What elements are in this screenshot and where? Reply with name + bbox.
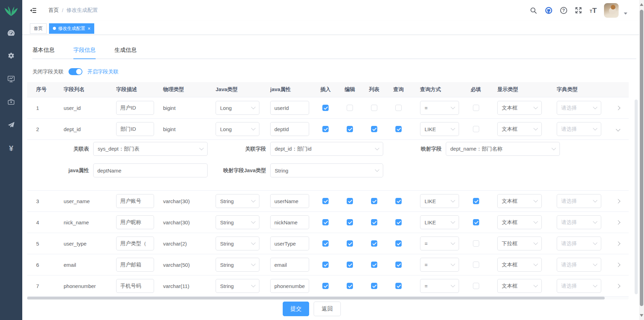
required-checkbox[interactable] — [473, 219, 479, 225]
scroll-up-arrow-icon[interactable] — [640, 3, 643, 6]
java-type-select[interactable]: String — [216, 258, 259, 272]
required-checkbox[interactable] — [473, 283, 479, 289]
required-checkbox[interactable] — [473, 105, 479, 111]
tab-basic-info[interactable]: 基本信息 — [32, 43, 55, 58]
query-type-select[interactable]: = — [420, 258, 459, 272]
query-checkbox[interactable] — [395, 283, 402, 289]
row-expand-icon[interactable] — [616, 220, 620, 225]
java-attr-input[interactable] — [270, 258, 309, 272]
relation-toggle[interactable] — [69, 68, 82, 75]
dict-type-select[interactable]: 请选择 — [557, 194, 601, 208]
query-type-select[interactable]: = — [420, 237, 459, 250]
list-checkbox[interactable] — [371, 219, 377, 225]
list-checkbox[interactable] — [371, 262, 377, 268]
required-checkbox[interactable] — [473, 262, 479, 268]
row-expand-icon[interactable] — [616, 127, 620, 131]
insert-checkbox[interactable] — [322, 240, 329, 247]
java-type-select[interactable]: String — [216, 215, 259, 229]
edit-checkbox[interactable] — [347, 198, 353, 204]
scroll-down-arrow-icon[interactable] — [640, 314, 643, 317]
field-desc-input[interactable] — [116, 194, 154, 208]
breadcrumb-home[interactable]: 首页 — [48, 7, 59, 14]
caret-down-icon[interactable] — [624, 13, 627, 15]
dict-type-select[interactable]: 请选择 — [557, 258, 601, 272]
query-type-select[interactable]: = — [420, 279, 459, 293]
insert-checkbox[interactable] — [322, 105, 329, 111]
list-checkbox[interactable] — [371, 198, 377, 204]
field-desc-input[interactable] — [116, 101, 154, 115]
sidebar-item-toolbox[interactable] — [0, 91, 22, 114]
row-expand-icon[interactable] — [616, 106, 620, 110]
edit-checkbox[interactable] — [347, 105, 353, 111]
submit-button[interactable]: 提交 — [283, 302, 309, 316]
insert-checkbox[interactable] — [322, 126, 329, 132]
relation-select[interactable]: sys_dept：部门表 — [93, 142, 208, 156]
field-desc-input[interactable] — [116, 215, 154, 229]
insert-checkbox[interactable] — [322, 198, 329, 204]
edit-checkbox[interactable] — [347, 262, 353, 268]
dict-type-select[interactable]: 请选择 — [557, 122, 601, 136]
horizontal-scroll-thumb[interactable] — [27, 297, 605, 299]
required-checkbox[interactable] — [473, 240, 479, 247]
dict-type-select[interactable]: 请选择 — [557, 215, 601, 229]
field-desc-input[interactable] — [116, 237, 154, 250]
java-attr-input[interactable] — [270, 122, 309, 136]
java-attr-input[interactable] — [270, 215, 309, 229]
sidebar-item-dashboard-gauge[interactable] — [0, 22, 22, 45]
query-checkbox[interactable] — [395, 126, 402, 132]
java-type-select[interactable]: Long — [216, 101, 259, 115]
row-expand-icon[interactable] — [616, 241, 620, 246]
table-horizontal-scrollbar[interactable] — [27, 297, 629, 299]
query-type-select[interactable]: = — [420, 101, 459, 115]
field-desc-input[interactable] — [116, 122, 154, 136]
edit-checkbox[interactable] — [347, 126, 353, 132]
java-type-select[interactable]: String — [216, 237, 259, 250]
relation-on-text[interactable]: 开启字段关联 — [87, 69, 119, 75]
tag-close-icon[interactable]: × — [88, 26, 90, 31]
page-scroll-thumb[interactable] — [640, 10, 643, 306]
java-attr-input[interactable] — [270, 194, 309, 208]
java-attr-input[interactable] — [270, 237, 309, 250]
dict-type-select[interactable]: 请选择 — [557, 237, 601, 250]
display-type-select[interactable]: 文本框 — [497, 194, 542, 208]
display-type-select[interactable]: 文本框 — [497, 101, 542, 115]
sidebar-toggle-icon[interactable] — [30, 7, 37, 14]
required-checkbox[interactable] — [473, 198, 479, 204]
field-desc-input[interactable] — [116, 258, 154, 272]
tag-active[interactable]: 修改生成配置 × — [49, 23, 94, 34]
query-checkbox[interactable] — [395, 198, 402, 204]
sidebar-item-system-gear[interactable] — [0, 45, 22, 68]
table-vertical-scrollbar[interactable] — [635, 99, 638, 294]
display-type-select[interactable]: 文本框 — [497, 279, 542, 293]
edit-checkbox[interactable] — [347, 283, 353, 289]
query-checkbox[interactable] — [395, 105, 402, 111]
java-attr-input[interactable] — [270, 279, 309, 293]
tab-field-info[interactable]: 字段信息 — [73, 43, 96, 58]
sidebar-item-monitor-chart[interactable] — [0, 68, 22, 91]
back-button[interactable]: 返回 — [314, 302, 341, 316]
java-type-select[interactable]: Long — [216, 122, 259, 136]
dict-type-select[interactable]: 请选择 — [557, 101, 601, 115]
sidebar-item-yuan[interactable]: ¥ — [0, 137, 22, 160]
java-type-select[interactable]: String — [216, 194, 259, 208]
list-checkbox[interactable] — [371, 283, 377, 289]
relation-select[interactable]: String — [270, 163, 383, 177]
relation-select[interactable]: dept_name：部门名称 — [446, 142, 560, 156]
insert-checkbox[interactable] — [322, 283, 329, 289]
tag-home[interactable]: 首页 — [30, 23, 47, 34]
fullscreen-icon[interactable] — [574, 6, 582, 14]
github-icon[interactable] — [545, 6, 553, 15]
relation-select[interactable]: dept_id：部门id — [270, 142, 383, 156]
query-type-select[interactable]: LIKE — [420, 194, 459, 208]
display-type-select[interactable]: 文本框 — [497, 215, 542, 229]
page-scrollbar[interactable] — [639, 0, 644, 320]
dict-type-select[interactable]: 请选择 — [557, 279, 601, 293]
font-size-icon[interactable]: TT — [590, 7, 597, 14]
display-type-select[interactable]: 文本框 — [497, 258, 542, 272]
row-expand-icon[interactable] — [616, 284, 620, 288]
search-icon[interactable] — [530, 7, 537, 14]
list-checkbox[interactable] — [371, 105, 377, 111]
display-type-select[interactable]: 文本框 — [497, 122, 542, 136]
app-logo[interactable] — [0, 0, 22, 22]
java-type-select[interactable]: String — [216, 279, 259, 293]
